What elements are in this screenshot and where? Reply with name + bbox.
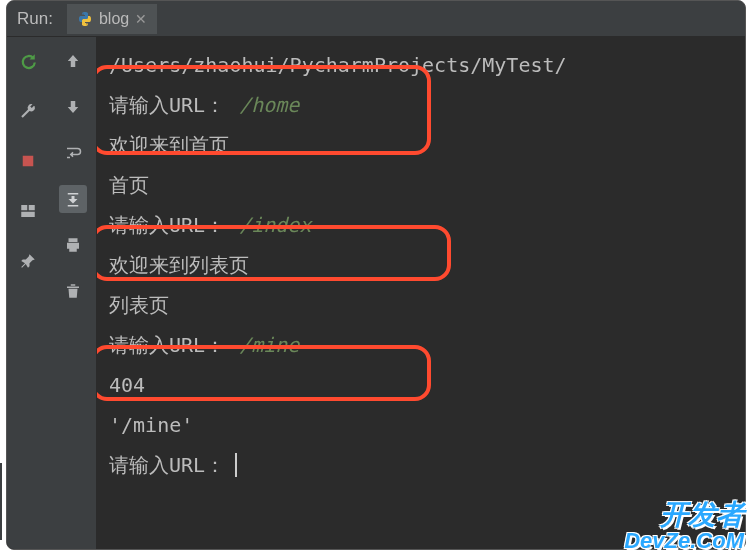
layout-icon[interactable]	[14, 197, 42, 225]
run-label: Run:	[17, 9, 53, 29]
print-icon[interactable]	[59, 231, 87, 259]
svg-rect-1	[21, 205, 27, 210]
user-input: /home	[225, 85, 299, 125]
close-icon[interactable]: ✕	[135, 11, 147, 27]
rerun-icon[interactable]	[14, 47, 42, 75]
run-toolbar-left	[7, 37, 49, 549]
svg-rect-0	[23, 156, 34, 167]
input-prompt: 请输入URL：	[109, 205, 225, 245]
user-input: /mine	[225, 325, 299, 365]
run-path: /Users/zhaohui/PycharmProjects/MyTest/	[109, 45, 567, 85]
console-output[interactable]: /Users/zhaohui/PycharmProjects/MyTest/ 请…	[97, 37, 745, 549]
input-prompt: 请输入URL：	[109, 325, 225, 365]
input-prompt: 请输入URL：	[109, 85, 225, 125]
stop-icon[interactable]	[14, 147, 42, 175]
ide-window: Run: blog ✕	[6, 0, 746, 550]
structure-label: Structure	[0, 471, 1, 532]
svg-rect-2	[29, 205, 35, 210]
arrow-down-icon[interactable]	[59, 93, 87, 121]
text-caret	[235, 453, 237, 477]
run-tab-blog[interactable]: blog ✕	[67, 4, 157, 34]
run-toolbar-mid	[49, 37, 97, 549]
trash-icon[interactable]	[59, 277, 87, 305]
tab-label: blog	[99, 10, 129, 28]
wrench-icon[interactable]	[14, 97, 42, 125]
user-input: /index	[225, 205, 311, 245]
python-file-icon	[77, 11, 93, 27]
run-tool-tab-bar: Run: blog ✕	[7, 1, 745, 37]
structure-tool-tab[interactable]: Structure	[0, 463, 2, 540]
console-line: 首页	[109, 165, 149, 205]
input-prompt: 请输入URL：	[109, 445, 225, 485]
console-line: 欢迎来到列表页	[109, 245, 249, 285]
run-tool-body: /Users/zhaohui/PycharmProjects/MyTest/ 请…	[7, 37, 745, 549]
console-line: '/mine'	[109, 405, 193, 445]
arrow-up-icon[interactable]	[59, 47, 87, 75]
svg-rect-3	[21, 212, 35, 217]
console-line: 列表页	[109, 285, 169, 325]
console-line: 404	[109, 365, 145, 405]
console-line: 欢迎来到首页	[109, 125, 229, 165]
pin-icon[interactable]	[14, 247, 42, 275]
soft-wrap-icon[interactable]	[59, 139, 87, 167]
scroll-to-end-icon[interactable]	[59, 185, 87, 213]
